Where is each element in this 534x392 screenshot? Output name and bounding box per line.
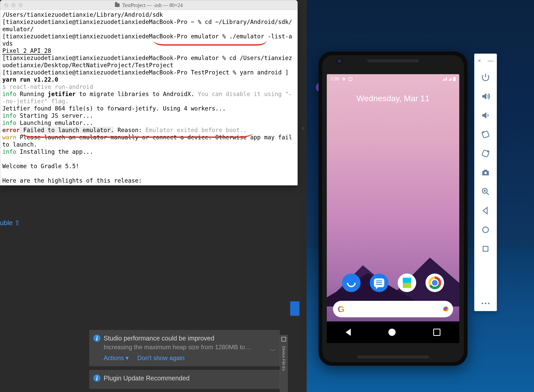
svg-point-4 — [483, 227, 488, 233]
notif-subtitle: Increasing the maximum heap size from 12… — [104, 344, 275, 351]
emulator-toolbar: × — — [474, 54, 497, 311]
terminal-titlebar[interactable]: TestProject — -zsh — 80×24 — [0, 0, 297, 10]
status-time: 2:35 — [330, 76, 339, 82]
bg-caret[interactable]: ▾ — [302, 125, 304, 132]
phone-app-icon[interactable] — [342, 274, 361, 292]
phone-bezel: 2:35 Wednesday, Mar 11 — [319, 52, 468, 366]
speaker-grill — [367, 59, 419, 62]
nav-recent-button[interactable] — [433, 329, 440, 336]
volume-up-icon[interactable] — [481, 91, 490, 102]
svg-rect-5 — [483, 246, 488, 251]
terminal-title: TestProject — -zsh — 80×24 — [122, 2, 182, 9]
assistant-icon[interactable] — [443, 306, 448, 312]
volume-down-icon[interactable] — [481, 110, 490, 121]
android-emulator[interactable]: 2:35 Wednesday, Mar 11 — [319, 52, 468, 366]
emulator-close-button[interactable]: × — [478, 57, 481, 64]
ide-side-tab-device-file[interactable]: Device File Ex — [280, 335, 288, 392]
chevron-down-icon[interactable]: ﹀ — [270, 346, 276, 355]
notif-plugin-update[interactable]: i Plugin Update Recommended — [89, 370, 280, 389]
svg-point-2 — [484, 172, 487, 174]
more-icon[interactable] — [482, 303, 489, 304]
toolbar-back-icon[interactable] — [481, 206, 490, 217]
wifi-icon — [443, 78, 447, 81]
zoom-icon[interactable] — [481, 187, 490, 198]
phone-screen[interactable]: 2:35 Wednesday, Mar 11 — [327, 74, 459, 343]
folder-icon — [115, 3, 120, 7]
notif-title: Plugin Update Recommended — [104, 374, 275, 382]
gear-icon — [342, 77, 346, 81]
toolbar-home-icon[interactable] — [481, 225, 490, 236]
front-camera — [337, 58, 342, 64]
toolbar-recent-icon[interactable] — [481, 244, 490, 255]
nav-home-button[interactable] — [388, 329, 396, 336]
traffic-lights[interactable] — [4, 3, 23, 7]
rotate-left-icon[interactable] — [481, 130, 490, 140]
battery-icon — [453, 77, 456, 81]
actions-link[interactable]: Actions ▾ — [104, 354, 129, 361]
nav-back-button[interactable] — [346, 329, 351, 336]
emulator-minimize-button[interactable]: — — [488, 57, 493, 64]
status-bar[interactable]: 2:35 — [327, 74, 459, 84]
notif-icon — [349, 77, 352, 81]
power-icon[interactable] — [481, 72, 490, 83]
info-icon: i — [93, 335, 101, 342]
info-icon: i — [93, 374, 101, 382]
messages-app-icon[interactable] — [370, 274, 388, 292]
android-nav-bar — [327, 321, 459, 343]
rotate-right-icon[interactable] — [481, 149, 490, 159]
home-date: Wednesday, Mar 11 — [327, 94, 459, 103]
ide-blue-fragment — [290, 301, 299, 316]
bottom-speaker — [357, 355, 429, 359]
play-store-icon[interactable] — [398, 274, 416, 292]
dont-show-link[interactable]: Don't show again — [137, 354, 185, 361]
signal-icon — [448, 78, 452, 81]
notif-performance[interactable]: i Studio performance could be improved I… — [89, 330, 280, 366]
google-logo-icon: G — [338, 304, 344, 314]
notif-title: Studio performance could be improved — [104, 335, 275, 342]
chrome-app-icon[interactable] — [425, 274, 444, 292]
terminal-window[interactable]: TestProject — -zsh — 80×24 /Users/tianxi… — [0, 0, 298, 185]
app-dock — [327, 274, 459, 292]
camera-icon[interactable] — [481, 168, 490, 178]
google-search-bar[interactable]: G — [333, 301, 453, 317]
terminal-output[interactable]: /Users/tianxiezuodetianxie/Library/Andro… — [0, 10, 297, 185]
device-file-icon — [281, 337, 286, 342]
ide-partial-text[interactable]: uble ⇧ — [0, 219, 20, 227]
